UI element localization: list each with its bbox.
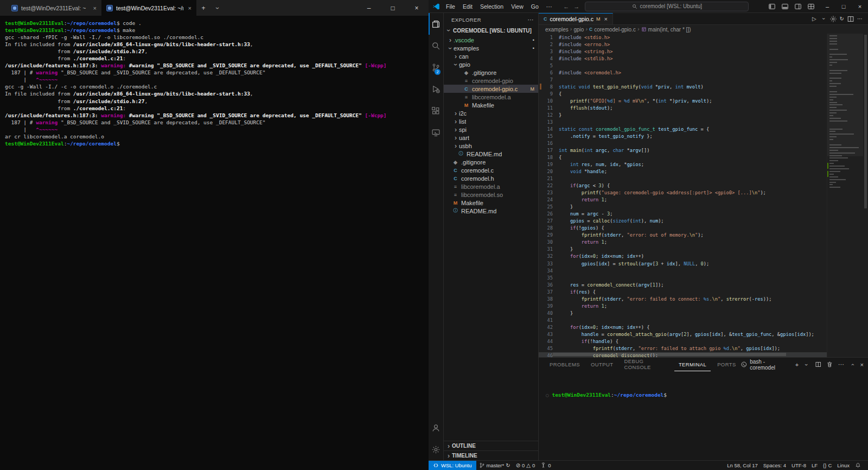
terminal-titlebar[interactable]: test@WinDev2311Eval: ~×test@WinDev2311Ev… — [0, 0, 429, 16]
customize-layout-icon[interactable] — [805, 2, 817, 11]
tree-file-coremodelh[interactable]: Ccoremodel.h — [444, 174, 538, 182]
minimap[interactable] — [827, 34, 863, 357]
vertical-scrollbar[interactable] — [864, 35, 867, 208]
minimize-button[interactable]: – — [819, 0, 835, 13]
workspace-section-header[interactable]: › COREMODEL [WSL: UBUNTU] — [444, 26, 538, 35]
maximize-panel-icon[interactable]: › — [849, 361, 856, 368]
tree-file-libcoremodela[interactable]: ≡libcoremodel.a — [444, 93, 538, 101]
tree-file-Makefile[interactable]: MMakefile — [444, 101, 538, 109]
breadcrumb-item[interactable]: Ccoremodel-gpio.c — [589, 27, 636, 33]
split-editor-icon[interactable] — [847, 15, 854, 23]
breadcrumb-item[interactable]: examples — [545, 27, 569, 33]
nav-back-icon[interactable]: ← — [563, 3, 569, 10]
outline-section-header[interactable]: › OUTLINE — [444, 441, 538, 450]
tree-file-coremodelc[interactable]: Ccoremodel.c — [444, 166, 538, 174]
tree-folder-list[interactable]: ›list — [444, 117, 538, 125]
activitybar-item-account[interactable] — [429, 417, 443, 439]
problems-status[interactable]: ⊘ 0 △ 0 — [513, 461, 538, 470]
tab-dropdown-button[interactable]: › — [210, 0, 225, 16]
remote-indicator[interactable]: WSL: Ubuntu — [429, 461, 476, 470]
tree-folder-uart[interactable]: ›uart — [444, 134, 538, 142]
tree-folder-i2c[interactable]: ›i2c — [444, 109, 538, 117]
tree-folder-usbh[interactable]: ›usbh — [444, 142, 538, 150]
activitybar-item-search[interactable] — [429, 35, 443, 56]
cursor-position[interactable]: Ln 58, Col 17 — [724, 461, 761, 470]
terminal-output[interactable]: test@WinDev2311Eval:~/repo/coremodel$ co… — [0, 16, 429, 147]
menu-file[interactable]: File — [442, 1, 459, 12]
nav-forward-icon[interactable]: → — [573, 3, 579, 10]
menu-[interactable]: ⋯ — [542, 1, 556, 12]
activitybar-item-explorer[interactable] — [429, 13, 443, 35]
tree-file-READMEmd[interactable]: README.md — [444, 150, 538, 158]
activitybar-item-run-debug[interactable] — [429, 78, 443, 100]
ports-status[interactable]: 0 — [538, 461, 553, 470]
tree-folder-examples[interactable]: ›examples• — [444, 44, 538, 52]
new-terminal-button[interactable]: + — [795, 361, 799, 368]
settings-gear-icon[interactable] — [829, 15, 837, 23]
language-mode[interactable]: {} C — [820, 461, 834, 470]
menu-go[interactable]: Go — [527, 1, 542, 12]
sync-icon[interactable]: ↻ — [839, 16, 845, 22]
panel-more-actions-icon[interactable]: ⋯ — [838, 361, 844, 368]
more-actions-icon[interactable]: ⋯ — [856, 16, 864, 22]
views-more-actions-icon[interactable]: ⋯ — [528, 16, 534, 23]
activitybar-item-source-control[interactable]: 2 — [429, 56, 443, 78]
toggle-panel-icon[interactable] — [779, 2, 791, 11]
maximize-button[interactable]: □ — [381, 0, 405, 16]
tree-file-libcoremodelso[interactable]: ≡libcoremodel.so — [444, 190, 538, 199]
minimize-button[interactable]: – — [357, 0, 381, 16]
trash-icon[interactable] — [826, 361, 833, 368]
close-button[interactable]: × — [405, 0, 429, 16]
terminal-tab[interactable]: test@WinDev2311Eval: ~/repo× — [101, 0, 196, 16]
tree-folder-vscode[interactable]: ›.vscode• — [444, 36, 538, 44]
tree-folder-spi[interactable]: ›spi — [444, 125, 538, 134]
split-terminal-icon[interactable] — [815, 361, 822, 368]
tree-file-coremodelgpioc[interactable]: Ccoremodel-gpio.cM — [444, 85, 538, 93]
terminal-instance-label[interactable]: bash - coremodel — [741, 359, 790, 371]
notifications-bell[interactable] — [852, 461, 864, 470]
close-button[interactable]: × — [852, 0, 868, 13]
encoding-status[interactable]: UTF-8 — [789, 461, 809, 470]
minimap-viewport[interactable] — [827, 34, 863, 156]
activitybar-item-settings[interactable] — [429, 439, 443, 460]
close-panel-icon[interactable]: × — [860, 361, 864, 368]
eol-status[interactable]: LF — [809, 461, 820, 470]
panel-tab-output[interactable]: OUTPUT — [586, 358, 617, 371]
panel-tab-ports[interactable]: PORTS — [713, 358, 741, 371]
toggle-sidebar-icon[interactable] — [766, 2, 778, 11]
tree-file-gitignore[interactable]: ◆.gitignore — [444, 158, 538, 166]
close-icon[interactable]: × — [187, 5, 193, 11]
vscode-titlebar[interactable]: FileEditSelectionViewGo⋯ ← → coremodel [… — [429, 0, 868, 13]
tree-file-Makefile[interactable]: MMakefile — [444, 199, 538, 207]
tree-folder-can[interactable]: ›can — [444, 52, 538, 60]
activitybar-item-extensions[interactable] — [429, 100, 443, 122]
panel-tab-problems[interactable]: PROBLEMS — [545, 358, 584, 371]
breadcrumb-item[interactable]: main(int, char * []) — [641, 27, 691, 33]
panel-tab-terminal[interactable]: TERMINAL — [674, 358, 711, 371]
os-indicator[interactable]: Linux — [834, 461, 852, 470]
integrated-terminal[interactable]: ○test@WinDev2311Eval:~/repo/coremodel$ — [539, 371, 868, 414]
code-editor[interactable]: 1#include <stdio.h>2#include <errno.h>3#… — [539, 34, 868, 357]
timeline-section-header[interactable]: › TIMELINE — [444, 450, 538, 460]
horizontal-scrollbar[interactable] — [553, 353, 786, 356]
terminal-dropdown-icon[interactable]: › — [803, 361, 810, 368]
tree-file-libcoremodela[interactable]: ≡libcoremodel.a — [444, 182, 538, 190]
run-button[interactable]: ▷ — [811, 16, 818, 22]
activitybar-item-remote-explorer[interactable] — [429, 122, 443, 143]
tree-file-READMEmd[interactable]: README.md — [444, 207, 538, 215]
maximize-button[interactable]: □ — [835, 0, 852, 13]
panel-tab-debugconsole[interactable]: DEBUG CONSOLE — [620, 358, 672, 371]
menu-view[interactable]: View — [507, 1, 527, 12]
close-icon[interactable]: × — [92, 5, 98, 11]
breadcrumb-item[interactable]: gpio — [573, 27, 584, 33]
git-branch-status[interactable]: master* ↻ — [476, 461, 513, 470]
command-center[interactable]: coremodel [WSL: Ubuntu] — [585, 2, 749, 11]
indentation-status[interactable]: Spaces: 4 — [761, 461, 789, 470]
new-tab-button[interactable]: + — [196, 0, 210, 16]
toggle-secondary-sidebar-icon[interactable] — [792, 2, 804, 11]
tree-file-coremodelgpio[interactable]: ≡coremodel-gpio — [444, 77, 538, 85]
tree-folder-gpio[interactable]: ›gpio — [444, 60, 538, 68]
menu-selection[interactable]: Selection — [476, 1, 507, 12]
terminal-tab[interactable]: test@WinDev2311Eval: ~× — [7, 0, 101, 16]
tree-file-gitignore[interactable]: ◆.gitignore — [444, 68, 538, 77]
